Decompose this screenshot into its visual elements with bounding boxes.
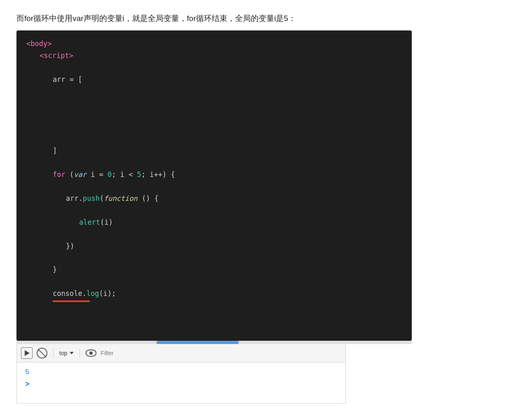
toolbar-divider2 [79,349,80,358]
scrollbar-thumb[interactable] [156,341,239,344]
top-selector[interactable]: top [59,350,74,356]
code-line-blank1 [26,109,402,121]
code-line-9: } [53,264,402,276]
code-line-7: alert(i) [79,216,402,228]
eye-icon[interactable] [86,349,96,357]
code-line-3: arr = [ [53,74,402,86]
filter-input[interactable] [100,350,341,356]
toolbar-divider [53,349,54,358]
chevron-down-icon [70,352,74,354]
code-line-10: console.log(i); [53,288,402,302]
console-output-area: 5 > [16,363,346,404]
code-block: <body> <script> arr = [ ] for (var i = 0… [16,30,412,340]
exec-icon[interactable] [21,347,33,359]
code-line-8: }) [66,240,402,252]
code-line-2: <script> [40,50,402,62]
code-line-1: <body> [26,40,51,48]
console-prompt[interactable]: > [17,378,345,391]
console-output-value: 5 [17,367,345,378]
red-underline [53,300,90,302]
code-line-5: for (var i = 0; i < 5; i++) { [53,169,402,181]
code-line-6: arr.push(function () { [66,193,402,205]
top-label: top [59,350,67,356]
intro-text: 而for循环中使用var声明的变量i，就是全局变量，for循环结束，全局的变量i… [16,12,516,25]
code-line-4: ] [53,145,402,157]
block-icon[interactable] [37,348,47,358]
devtools-toolbar: top [16,344,346,363]
scrollbar-area[interactable] [16,341,412,344]
